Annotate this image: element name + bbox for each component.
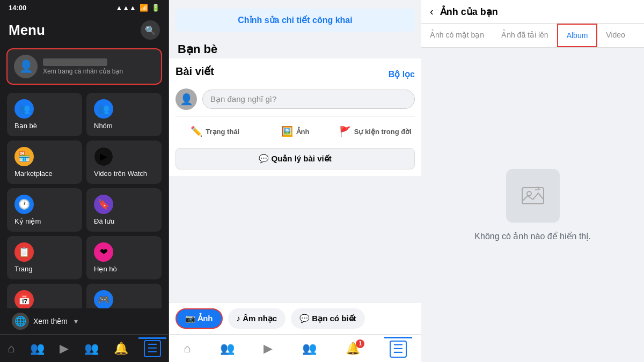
right-panel: ‹ Ảnh của bạn Ảnh có mặt bạn Ảnh đã tải …	[421, 0, 644, 362]
status-label: Trạng thái	[206, 128, 239, 136]
video-icon: ▶	[264, 342, 273, 356]
posts-title: Bài viết	[175, 65, 214, 78]
tab-tagged[interactable]: Ảnh có mặt bạn	[421, 24, 493, 47]
sidebar-item-label: Hẹn hò	[94, 265, 154, 273]
memories-icon: 🕐	[14, 195, 34, 214]
menu-search-button[interactable]: 🔍	[141, 20, 160, 40]
bell-icon: 🔔	[114, 342, 128, 356]
menu-grid: 👥 Bạn bè 👥 Nhóm 🏪 Marketplace ▶ Video tr…	[0, 88, 169, 308]
menu-header: Menu 🔍	[0, 15, 169, 45]
photo-action-button[interactable]: 🖼️ Ảnh	[255, 122, 334, 141]
profile-info: Xem trang cá nhân của bạn	[43, 58, 123, 75]
sidebar-item-label: Bạn bè	[14, 122, 75, 130]
sidebar-item-dating[interactable]: ❤ Hẹn hò	[86, 236, 162, 279]
manage-posts-button[interactable]: 💬 Quản lý bài viết	[175, 148, 415, 169]
dating-icon: ❤	[94, 242, 113, 262]
tab-didyouknow[interactable]: 💬 Bạn có biết	[291, 308, 364, 329]
friends-nav-icon: 👥	[30, 342, 45, 356]
sidebar-item-friends[interactable]: 👥 Bạn bè	[7, 93, 82, 136]
edit-profile-button[interactable]: Chỉnh sửa chi tiết công khai	[175, 9, 415, 32]
tab-album[interactable]: Album	[557, 24, 598, 47]
nav-item-groups[interactable]: 👥	[79, 339, 104, 358]
sidebar-item-label: Đã lưu	[94, 217, 154, 225]
pages-icon: 📋	[14, 242, 34, 262]
profile-section[interactable]: 👤 Xem trang cá nhân của bạn	[6, 48, 162, 85]
nav-item-bell[interactable]: 🔔	[108, 339, 134, 358]
page-title: Ảnh của bạn	[440, 6, 498, 18]
status-action-button[interactable]: ✏️ Trạng thái	[175, 122, 254, 141]
profile-name	[43, 58, 107, 66]
mid-nav-home[interactable]: ⌂	[178, 339, 196, 358]
avatar-icon: 👤	[19, 60, 33, 73]
home-icon: ⌂	[184, 342, 191, 356]
menu-icon: ☰	[390, 341, 407, 358]
mid-nav-video[interactable]: ▶	[258, 339, 278, 358]
filter-button[interactable]: Bộ lọc	[389, 69, 415, 79]
sidebar-item-groups[interactable]: 👥 Nhóm	[86, 93, 162, 136]
middle-content: Chỉnh sửa chi tiết công khai Bạn bè Bài …	[169, 2, 421, 302]
status-icons: ▲▲▲ 📶 🔋	[115, 4, 160, 12]
mid-nav-friends[interactable]: 👥	[215, 339, 240, 358]
posts-section: Bài viết Bộ lọc 👤 Bạn đang nghĩ gì? ✏️ T…	[169, 58, 421, 176]
wifi-icon: 📶	[140, 4, 148, 12]
empty-text: Không có ảnh nào để hiển thị.	[474, 231, 590, 241]
composer-input[interactable]: Bạn đang nghĩ gì?	[202, 90, 415, 109]
friends-icon: 👥	[220, 342, 235, 356]
sidebar-item-saved[interactable]: 🔖 Đã lưu	[86, 188, 162, 232]
right-header: ‹ Ảnh của bạn	[421, 0, 644, 24]
middle-bottom-nav: ⌂ 👥 ▶ 👥 🔔 1 ☰	[169, 334, 421, 362]
see-more-row[interactable]: 🌐 Xem thêm ▾	[0, 308, 169, 334]
svg-point-1	[527, 191, 531, 196]
sidebar-item-label: Video trên Watch	[94, 169, 154, 178]
event-action-button[interactable]: 🚩 Sự kiện trong đời	[336, 122, 415, 141]
photo-tabs: Ảnh có mặt bạn Ảnh đã tải lên Album Vide…	[421, 24, 644, 48]
friends-icon: 👥	[14, 99, 34, 119]
nav-item-video[interactable]: ▶	[54, 339, 74, 358]
back-button[interactable]: ‹	[430, 5, 434, 18]
empty-icon	[506, 169, 560, 223]
tab-photo[interactable]: 📷 Ảnh	[175, 308, 223, 329]
sidebar-item-label: Marketplace	[14, 169, 75, 178]
sidebar-item-events[interactable]: 📅 Sự kiện	[7, 284, 82, 308]
sidebar-item-video-watch[interactable]: ▶ Video trên Watch	[86, 141, 162, 184]
tab-music[interactable]: ♪ Âm nhạc	[228, 308, 286, 329]
mid-nav-bell[interactable]: 🔔 1	[340, 339, 365, 358]
status-time: 14:00	[9, 4, 26, 12]
see-more-label: Xem thêm	[33, 317, 68, 326]
nav-item-friends[interactable]: 👥	[25, 339, 50, 358]
nav-item-menu[interactable]: ☰	[138, 337, 166, 359]
home-icon: ⌂	[8, 342, 14, 356]
video-nav-icon: ▶	[60, 342, 69, 356]
status-bar: 14:00 ▲▲▲ 📶 🔋	[0, 0, 169, 15]
avatar-icon: 👤	[180, 93, 193, 106]
groups-icon: 👥	[94, 99, 113, 119]
notification-badge: 1	[356, 339, 364, 348]
sidebar-item-games[interactable]: 🎮 Chơi game	[86, 284, 162, 308]
tab-uploaded[interactable]: Ảnh đã tải lên	[493, 24, 557, 47]
avatar: 👤	[14, 55, 38, 78]
search-icon: 🔍	[145, 25, 156, 35]
sidebar-item-marketplace[interactable]: 🏪 Marketplace	[7, 141, 82, 184]
tab-video[interactable]: Video	[597, 24, 634, 47]
groups-icon: 👥	[302, 342, 317, 356]
left-bottom-nav: ⌂ 👥 ▶ 👥 🔔 ☰	[0, 334, 169, 362]
post-composer: 👤 Bạn đang nghĩ gì?	[175, 88, 415, 110]
empty-state: Không có ảnh nào để hiển thị.	[421, 48, 644, 362]
event-label: Sự kiện trong đời	[354, 128, 412, 136]
profile-subtitle: Xem trang cá nhân của bạn	[43, 68, 123, 75]
mid-nav-groups[interactable]: 👥	[297, 339, 322, 358]
sidebar-item-pages[interactable]: 📋 Trang	[7, 236, 82, 279]
games-icon: 🎮	[94, 290, 113, 308]
events-icon: 📅	[14, 290, 34, 308]
menu-icon: ☰	[144, 340, 161, 357]
middle-panel: Chỉnh sửa chi tiết công khai Bạn bè Bài …	[169, 0, 421, 362]
sidebar-item-label: Kỷ niệm	[14, 217, 75, 225]
post-actions: ✏️ Trạng thái 🖼️ Ảnh 🚩 Sự kiện trong đời	[175, 116, 415, 143]
nav-item-home[interactable]: ⌂	[2, 339, 20, 358]
sidebar-item-memories[interactable]: 🕐 Kỷ niệm	[7, 188, 82, 232]
photo-icon: 🖼️	[281, 125, 293, 137]
marketplace-icon: 🏪	[14, 147, 34, 166]
mid-nav-menu[interactable]: ☰	[384, 337, 412, 360]
see-more-icon: 🌐	[12, 313, 29, 330]
groups-nav-icon: 👥	[84, 342, 99, 356]
